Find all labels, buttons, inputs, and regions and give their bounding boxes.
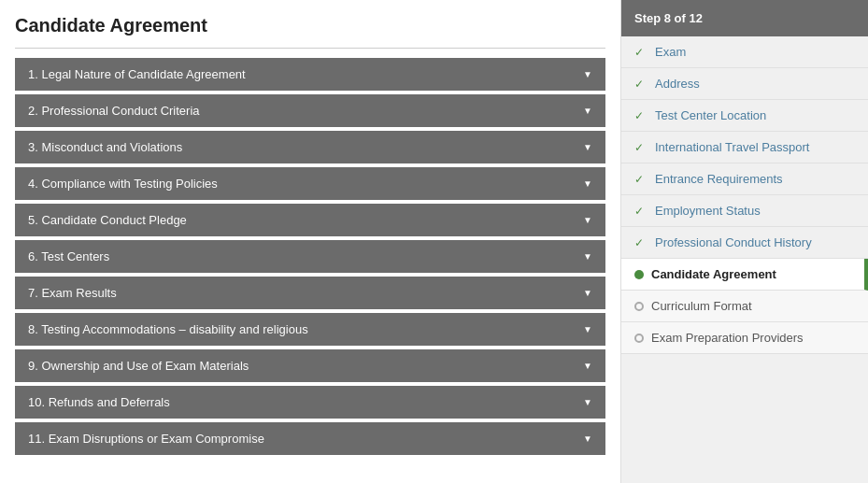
- accordion-item-6[interactable]: 6. Test Centers▼: [15, 240, 605, 273]
- sidebar-item-professional-conduct-history[interactable]: ✓Professional Conduct History: [621, 227, 868, 259]
- accordion-arrow-2: ▼: [583, 106, 592, 116]
- active-dot-icon: [634, 270, 644, 279]
- accordion-label-8: 8. Testing Accommodations – disability a…: [28, 322, 308, 336]
- sidebar-item-label-test-center-location[interactable]: Test Center Location: [655, 108, 766, 122]
- accordion-item-8[interactable]: 8. Testing Accommodations – disability a…: [15, 313, 605, 346]
- accordion-item-2[interactable]: 2. Professional Conduct Criteria▼: [15, 94, 605, 127]
- accordion-item-9[interactable]: 9. Ownership and Use of Exam Materials▼: [15, 349, 605, 382]
- accordion-label-11: 11. Exam Disruptions or Exam Compromise: [28, 432, 264, 446]
- upcoming-dot-icon: [634, 302, 644, 311]
- divider: [15, 48, 605, 49]
- accordion-item-7[interactable]: 7. Exam Results▼: [15, 277, 605, 309]
- nav-list: ✓Exam✓Address✓Test Center Location✓Inter…: [621, 36, 868, 354]
- accordion-label-6: 6. Test Centers: [28, 249, 109, 263]
- accordion-label-1: 1. Legal Nature of Candidate Agreement: [28, 67, 246, 81]
- upcoming-dot-icon: [634, 334, 644, 343]
- check-icon: ✓: [634, 173, 647, 186]
- sidebar-item-label-professional-conduct-history[interactable]: Professional Conduct History: [655, 235, 812, 249]
- left-panel: Candidate Agreement 1. Legal Nature of C…: [0, 0, 620, 483]
- check-icon: ✓: [634, 205, 647, 218]
- accordion-item-1[interactable]: 1. Legal Nature of Candidate Agreement▼: [15, 58, 605, 91]
- accordion-item-5[interactable]: 5. Candidate Conduct Pledge▼: [15, 204, 605, 236]
- accordion-arrow-8: ▼: [583, 324, 592, 334]
- sidebar-item-address[interactable]: ✓Address: [621, 68, 868, 100]
- sidebar-item-label-employment-status[interactable]: Employment Status: [655, 204, 761, 218]
- accordion-arrow-1: ▼: [583, 69, 592, 79]
- sidebar-item-label-curriculum-format: Curriculum Format: [651, 299, 752, 313]
- accordion-arrow-9: ▼: [583, 361, 592, 371]
- accordion-arrow-4: ▼: [583, 178, 592, 189]
- sidebar-item-label-candidate-agreement: Candidate Agreement: [651, 267, 776, 281]
- accordion-arrow-7: ▼: [583, 288, 592, 298]
- sidebar-item-exam-preparation-providers[interactable]: Exam Preparation Providers: [621, 322, 868, 354]
- accordion-item-11[interactable]: 11. Exam Disruptions or Exam Compromise▼: [15, 422, 605, 455]
- accordion-item-10[interactable]: 10. Refunds and Deferrals▼: [15, 386, 605, 419]
- accordion-label-5: 5. Candidate Conduct Pledge: [28, 213, 187, 227]
- sidebar-item-curriculum-format[interactable]: Curriculum Format: [621, 291, 868, 322]
- accordion-arrow-5: ▼: [583, 215, 592, 225]
- accordion-item-4[interactable]: 4. Compliance with Testing Policies▼: [15, 167, 605, 200]
- sidebar-item-label-address[interactable]: Address: [655, 77, 700, 91]
- sidebar-item-exam[interactable]: ✓Exam: [621, 36, 868, 68]
- sidebar-item-label-exam[interactable]: Exam: [655, 45, 686, 59]
- accordion-label-9: 9. Ownership and Use of Exam Materials: [28, 359, 249, 373]
- sidebar-item-label-entrance-requirements[interactable]: Entrance Requirements: [655, 172, 783, 186]
- accordion-list: 1. Legal Nature of Candidate Agreement▼2…: [15, 58, 605, 455]
- accordion-arrow-11: ▼: [583, 433, 592, 444]
- sidebar-item-label-international-travel-passport[interactable]: International Travel Passport: [655, 140, 809, 154]
- accordion-arrow-6: ▼: [583, 251, 592, 262]
- accordion-label-4: 4. Compliance with Testing Policies: [28, 177, 218, 191]
- check-icon: ✓: [634, 46, 647, 59]
- sidebar-item-label-exam-preparation-providers: Exam Preparation Providers: [651, 331, 804, 345]
- accordion-label-2: 2. Professional Conduct Criteria: [28, 104, 200, 118]
- accordion-label-3: 3. Misconduct and Violations: [28, 140, 182, 154]
- page-title: Candidate Agreement: [15, 15, 605, 36]
- check-icon: ✓: [634, 109, 647, 122]
- step-header: Step 8 of 12: [621, 0, 868, 36]
- sidebar-item-entrance-requirements[interactable]: ✓Entrance Requirements: [621, 163, 868, 195]
- check-icon: ✓: [634, 236, 647, 249]
- sidebar-item-international-travel-passport[interactable]: ✓International Travel Passport: [621, 132, 868, 163]
- sidebar-item-test-center-location[interactable]: ✓Test Center Location: [621, 100, 868, 132]
- sidebar-item-candidate-agreement[interactable]: Candidate Agreement: [621, 259, 868, 291]
- accordion-arrow-10: ▼: [583, 397, 592, 407]
- sidebar-item-employment-status[interactable]: ✓Employment Status: [621, 195, 868, 227]
- accordion-label-10: 10. Refunds and Deferrals: [28, 395, 170, 409]
- step-label: Step 8 of 12: [634, 11, 703, 25]
- check-icon: ✓: [634, 141, 647, 154]
- accordion-item-3[interactable]: 3. Misconduct and Violations▼: [15, 131, 605, 163]
- check-icon: ✓: [634, 78, 647, 91]
- accordion-label-7: 7. Exam Results: [28, 286, 117, 300]
- accordion-arrow-3: ▼: [583, 142, 592, 152]
- right-panel: Step 8 of 12 ✓Exam✓Address✓Test Center L…: [620, 0, 868, 483]
